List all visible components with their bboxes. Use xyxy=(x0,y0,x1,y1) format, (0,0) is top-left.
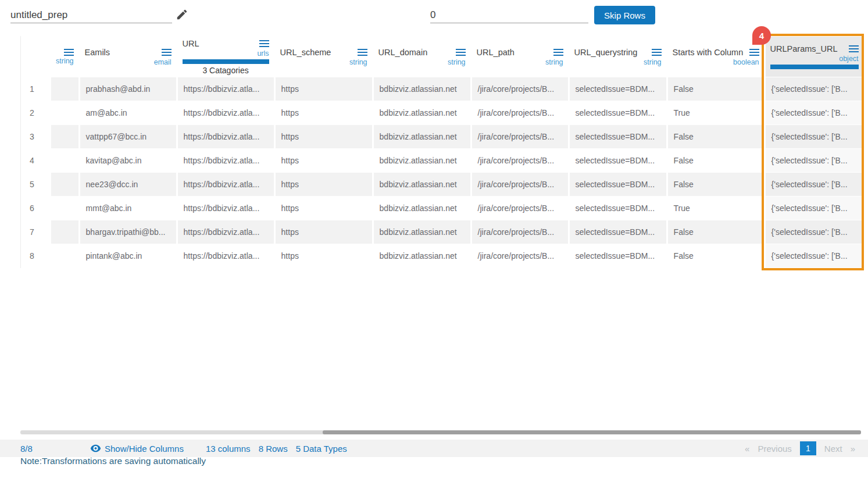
table-cell[interactable]: bhargav.tripathi@bb... xyxy=(80,220,176,244)
table-cell[interactable]: nee23@dcc.in xyxy=(80,173,176,196)
column-header-url-querystring[interactable]: URL_querystring string xyxy=(570,37,666,77)
table-cell[interactable]: False xyxy=(668,220,764,244)
table-cell[interactable] xyxy=(51,173,78,196)
table-cell[interactable]: {'selectedIssue': ['B... xyxy=(766,77,863,101)
table-cell[interactable]: selectedIssue=BDM... xyxy=(570,125,666,148)
column-menu-icon[interactable] xyxy=(553,49,563,56)
table-cell[interactable]: https://bdbizviz.atla... xyxy=(178,197,274,220)
table-cell[interactable]: selectedIssue=BDM... xyxy=(570,77,666,101)
column-menu-icon[interactable] xyxy=(456,49,466,56)
table-cell[interactable] xyxy=(51,77,78,101)
previous-page-button[interactable]: Previous xyxy=(758,444,791,454)
horizontal-scrollbar-thumb[interactable] xyxy=(323,430,861,434)
table-cell[interactable]: prabhash@abd.in xyxy=(80,77,176,101)
table-cell[interactable]: selectedIssue=BDM... xyxy=(570,101,666,124)
table-cell[interactable]: https xyxy=(276,173,372,196)
column-header-url-path[interactable]: URL_path string xyxy=(472,37,568,77)
table-cell[interactable]: /jira/core/projects/B... xyxy=(472,220,568,244)
table-cell[interactable] xyxy=(51,197,78,220)
table-cell[interactable]: bdbizviz.atlassian.net xyxy=(374,149,470,172)
table-cell[interactable]: /jira/core/projects/B... xyxy=(472,197,568,220)
table-cell[interactable]: {'selectedIssue': ['B... xyxy=(766,197,863,220)
table-cell[interactable]: https xyxy=(276,149,372,172)
table-cell[interactable]: mmt@abc.in xyxy=(80,197,176,220)
table-cell[interactable]: selectedIssue=BDM... xyxy=(570,244,666,267)
table-cell[interactable]: /jira/core/projects/B... xyxy=(472,101,568,124)
table-cell[interactable]: False xyxy=(668,77,764,101)
table-cell[interactable]: am@abc.in xyxy=(80,101,176,124)
column-header-url-domain[interactable]: URL_domain string xyxy=(374,37,470,77)
table-cell[interactable]: https://bdbizviz.atla... xyxy=(178,77,274,101)
table-cell[interactable]: False xyxy=(668,244,764,267)
table-cell[interactable]: https://bdbizviz.atla... xyxy=(178,244,274,267)
column-menu-icon[interactable] xyxy=(259,40,269,47)
table-cell[interactable]: selectedIssue=BDM... xyxy=(570,197,666,220)
table-cell[interactable]: https://bdbizviz.atla... xyxy=(178,101,274,124)
table-cell[interactable]: bdbizviz.atlassian.net xyxy=(374,220,470,244)
current-page-button[interactable]: 1 xyxy=(800,441,816,455)
table-cell[interactable]: bdbizviz.atlassian.net xyxy=(374,77,470,101)
table-cell[interactable]: https://bdbizviz.atla... xyxy=(178,173,274,196)
table-cell[interactable] xyxy=(51,244,78,267)
skip-rows-input[interactable] xyxy=(430,7,588,23)
first-page-button[interactable]: « xyxy=(745,444,749,454)
table-cell[interactable]: True xyxy=(668,101,764,124)
table-cell[interactable]: https://bdbizviz.atla... xyxy=(178,149,274,172)
table-cell[interactable]: https xyxy=(276,220,372,244)
prep-name-input[interactable] xyxy=(10,7,172,23)
table-cell[interactable]: bdbizviz.atlassian.net xyxy=(374,173,470,196)
table-cell[interactable]: bdbizviz.atlassian.net xyxy=(374,125,470,148)
table-cell[interactable]: /jira/core/projects/B... xyxy=(472,77,568,101)
table-cell[interactable]: {'selectedIssue': ['B... xyxy=(766,125,863,148)
column-menu-icon[interactable] xyxy=(162,49,172,56)
column-menu-icon[interactable] xyxy=(652,49,662,56)
table-cell[interactable] xyxy=(51,125,78,148)
table-cell[interactable]: https xyxy=(276,101,372,124)
column-header-starts-with-column[interactable]: Starts with Column boolean xyxy=(668,37,764,77)
table-cell[interactable] xyxy=(51,101,78,124)
table-cell[interactable]: {'selectedIssue': ['B... xyxy=(766,173,863,196)
table-cell[interactable]: selectedIssue=BDM... xyxy=(570,149,666,172)
table-cell[interactable]: bdbizviz.atlassian.net xyxy=(374,197,470,220)
table-cell[interactable]: selectedIssue=BDM... xyxy=(570,173,666,196)
table-cell[interactable]: /jira/core/projects/B... xyxy=(472,149,568,172)
table-cell[interactable]: {'selectedIssue': ['B... xyxy=(766,149,863,172)
column-menu-icon[interactable] xyxy=(849,45,859,52)
column-header-url[interactable]: URL urls 3 Catagories xyxy=(178,37,274,77)
table-cell[interactable] xyxy=(51,149,78,172)
table-cell[interactable]: {'selectedIssue': ['B... xyxy=(766,101,863,124)
show-hide-columns-button[interactable]: Show/Hide Columns xyxy=(90,444,184,454)
table-cell[interactable]: https xyxy=(276,197,372,220)
column-menu-icon[interactable] xyxy=(64,49,74,56)
column-header-eamils[interactable]: Eamils email xyxy=(80,37,176,77)
table-cell[interactable]: True xyxy=(668,197,764,220)
column-header-urlparams-url[interactable]: URLParams_URL object xyxy=(766,37,863,77)
column-menu-icon[interactable] xyxy=(358,49,367,56)
table-cell[interactable]: {'selectedIssue': ['B... xyxy=(766,244,863,267)
table-cell[interactable]: /jira/core/projects/B... xyxy=(472,125,568,148)
table-cell[interactable]: selectedIssue=BDM... xyxy=(570,220,666,244)
table-cell[interactable]: /jira/core/projects/B... xyxy=(472,244,568,267)
table-cell[interactable] xyxy=(51,220,78,244)
next-page-button[interactable]: Next xyxy=(824,444,842,454)
table-cell[interactable]: https xyxy=(276,125,372,148)
table-cell[interactable]: https xyxy=(276,244,372,267)
table-cell[interactable]: https://bdbizviz.atla... xyxy=(178,125,274,148)
horizontal-scrollbar-track[interactable] xyxy=(20,430,861,434)
last-page-button[interactable]: » xyxy=(851,444,855,454)
table-cell[interactable]: kavitap@abc.in xyxy=(80,149,176,172)
edit-pencil-icon[interactable] xyxy=(176,8,188,21)
table-cell[interactable]: https xyxy=(276,77,372,101)
table-cell[interactable]: False xyxy=(668,173,764,196)
column-menu-icon[interactable] xyxy=(749,49,759,56)
skip-rows-button[interactable]: Skip Rows xyxy=(594,6,655,24)
table-cell[interactable]: {'selectedIssue': ['B... xyxy=(766,220,863,244)
table-cell[interactable]: pintank@abc.in xyxy=(80,244,176,267)
table-cell[interactable]: bdbizviz.atlassian.net xyxy=(374,101,470,124)
table-cell[interactable]: False xyxy=(668,125,764,148)
table-cell[interactable]: https://bdbizviz.atla... xyxy=(178,220,274,244)
table-cell[interactable]: bdbizviz.atlassian.net xyxy=(374,244,470,267)
table-cell[interactable]: False xyxy=(668,149,764,172)
table-cell[interactable]: /jira/core/projects/B... xyxy=(472,173,568,196)
column-header-unnamed[interactable]: string xyxy=(51,37,78,77)
